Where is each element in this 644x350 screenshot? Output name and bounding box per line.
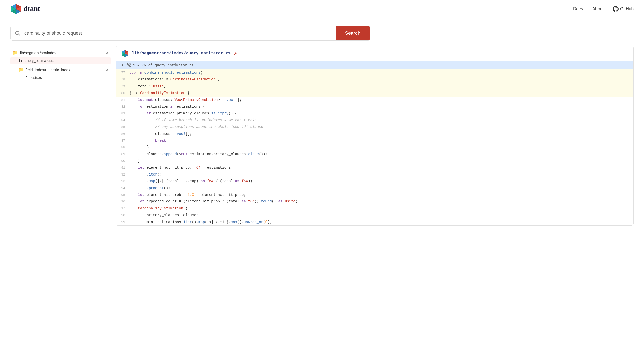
hunk-header: ⬆ @@ 1 – 76 of query_estimator.rs <box>116 61 633 69</box>
line-code-86: clauses = vec![]; <box>129 131 192 137</box>
line-code-92: .iter() <box>129 171 162 178</box>
code-line-89: 89 clauses.append(&mut estimation.primar… <box>116 151 633 158</box>
sidebar-folder-2-header[interactable]: 📁 field_index/numeric_index ∧ <box>16 65 111 74</box>
line-code-88: } <box>129 144 149 151</box>
line-code-84: // If some branch is un-indexed – we can… <box>129 117 257 124</box>
line-code-77: pub fn combine_should_estimations( <box>129 69 203 76</box>
code-line-82: 82 for estimation in estimations { <box>116 103 633 110</box>
file-icon-2: 🗋 <box>24 75 28 80</box>
line-num-78: 78 <box>116 77 129 81</box>
nav-docs[interactable]: Docs <box>573 6 583 12</box>
file-path: lib/segment/src/index/query_estimator.rs <box>132 51 231 56</box>
code-line-90: 90 } <box>116 158 633 164</box>
line-code-83: if estimation.primary_clauses.is_empty()… <box>129 110 237 117</box>
nav-about[interactable]: About <box>592 6 604 12</box>
sidebar-file-tests[interactable]: 🗋 tests.rs <box>16 74 111 81</box>
header: drant Docs About GitHub <box>0 0 644 18</box>
code-line-87: 87 break; <box>116 137 633 144</box>
github-icon <box>613 6 619 12</box>
line-num-99: 99 <box>116 220 129 224</box>
code-line-83: 83 if estimation.primary_clauses.is_empt… <box>116 110 633 117</box>
code-line-84: 84 // If some branch is un-indexed – we … <box>116 117 633 124</box>
line-code-81: let mut clauses: Vec<PrimaryCondition> =… <box>129 97 242 103</box>
line-code-87: break; <box>129 137 168 144</box>
line-num-97: 97 <box>116 206 129 210</box>
line-num-86: 86 <box>116 132 129 136</box>
line-num-87: 87 <box>116 138 129 143</box>
sidebar: 📁 lib/segment/src/index ∧ 🗋 query_estima… <box>10 46 111 226</box>
code-line-96: 96 let expected_count = (element_hit_pro… <box>116 198 633 205</box>
line-code-89: clauses.append(&mut estimation.primary_c… <box>129 151 268 158</box>
sidebar-folder-1-header[interactable]: 📁 lib/segment/src/index ∧ <box>10 48 111 57</box>
code-line-77: 77 pub fn combine_should_estimations( <box>116 69 633 76</box>
line-num-93: 93 <box>116 179 129 183</box>
folder-icon-1: 📁 <box>12 50 18 56</box>
sidebar-folder-1: 📁 lib/segment/src/index ∧ 🗋 query_estima… <box>10 48 111 64</box>
code-line-92: 92 .iter() <box>116 171 633 178</box>
hunk-arrow-icon: ⬆ <box>121 63 124 68</box>
search-section: Search <box>0 18 644 46</box>
line-num-92: 92 <box>116 172 129 177</box>
code-line-97: 97 CardinalityEstimation { <box>116 205 633 212</box>
search-bar: Search <box>10 26 370 41</box>
line-num-81: 81 <box>116 98 129 102</box>
hunk-header-text: @@ 1 – 76 of query_estimator.rs <box>127 63 194 67</box>
chevron-up-icon-1: ∧ <box>106 51 108 55</box>
logo-icon <box>10 3 22 15</box>
code-line-80: 80 ) -> CardinalityEstimation { <box>116 90 633 96</box>
line-num-84: 84 <box>116 118 129 122</box>
svg-line-8 <box>19 34 20 35</box>
line-num-91: 91 <box>116 165 129 170</box>
line-code-82: for estimation in estimations { <box>129 103 205 110</box>
line-code-80: ) -> CardinalityEstimation { <box>129 90 190 96</box>
line-code-79: total: usize, <box>129 83 166 90</box>
search-icon-wrap <box>11 30 24 36</box>
line-code-98: primary_clauses: clauses, <box>129 212 200 218</box>
logo-text: drant <box>24 5 40 13</box>
line-code-96: let expected_count = (element_hit_prob *… <box>129 198 298 205</box>
line-num-94: 94 <box>116 186 129 190</box>
line-num-96: 96 <box>116 199 129 204</box>
code-line-81: 81 let mut clauses: Vec<PrimaryCondition… <box>116 97 633 103</box>
line-code-78: estimations: &[CardinalityEstimation], <box>129 76 220 83</box>
github-label: GitHub <box>620 6 634 12</box>
main-content: 📁 lib/segment/src/index ∧ 🗋 query_estima… <box>0 46 644 226</box>
code-panel-header: lib/segment/src/index/query_estimator.rs… <box>116 46 633 61</box>
line-code-90: } <box>129 158 140 164</box>
code-line-91: 91 let element_not_hit_prob: f64 = estim… <box>116 164 633 171</box>
line-num-82: 82 <box>116 104 129 109</box>
file-name-1: query_estimator.rs <box>25 59 54 63</box>
line-num-95: 95 <box>116 192 129 197</box>
external-link-icon[interactable]: ↗ <box>234 51 237 56</box>
sidebar-file-query-estimator[interactable]: 🗋 query_estimator.rs <box>10 57 111 64</box>
code-line-99: 99 min: estimations.iter().map(|x| x.min… <box>116 219 633 225</box>
chevron-up-icon-2: ∧ <box>106 68 108 72</box>
line-code-93: .map(|x| (total - x.exp) as f64 / (total… <box>129 178 252 185</box>
line-code-99: min: estimations.iter().map(|x| x.min).m… <box>129 219 272 225</box>
code-panel: lib/segment/src/index/query_estimator.rs… <box>116 46 634 226</box>
code-area: ⬆ @@ 1 – 76 of query_estimator.rs 77 pub… <box>116 61 633 225</box>
folder-name-2: field_index/numeric_index <box>26 68 70 72</box>
code-line-93: 93 .map(|x| (total - x.exp) as f64 / (to… <box>116 178 633 185</box>
file-name-2: tests.rs <box>30 76 42 80</box>
panel-logo-icon <box>121 50 129 57</box>
line-num-80: 80 <box>116 91 129 95</box>
line-code-85: // any assumptions about the whole `shou… <box>129 124 263 130</box>
code-line-78: 78 estimations: &[CardinalityEstimation]… <box>116 76 633 83</box>
folder-name-1: lib/segment/src/index <box>20 51 56 55</box>
code-line-94: 94 .product(); <box>116 185 633 191</box>
logo[interactable]: drant <box>10 3 40 15</box>
nav: Docs About GitHub <box>573 6 634 12</box>
code-line-95: 95 let element_hit_prob = 1.0 - element_… <box>116 191 633 198</box>
line-code-94: .product(); <box>129 185 170 191</box>
line-num-88: 88 <box>116 145 129 149</box>
line-num-83: 83 <box>116 111 129 115</box>
line-num-77: 77 <box>116 70 129 75</box>
nav-github[interactable]: GitHub <box>613 6 634 12</box>
search-button[interactable]: Search <box>336 26 370 40</box>
search-input[interactable] <box>24 26 336 40</box>
search-icon <box>15 30 20 36</box>
line-num-79: 79 <box>116 84 129 88</box>
code-line-85: 85 // any assumptions about the whole `s… <box>116 124 633 130</box>
line-code-95: let element_hit_prob = 1.0 - element_not… <box>129 191 246 198</box>
